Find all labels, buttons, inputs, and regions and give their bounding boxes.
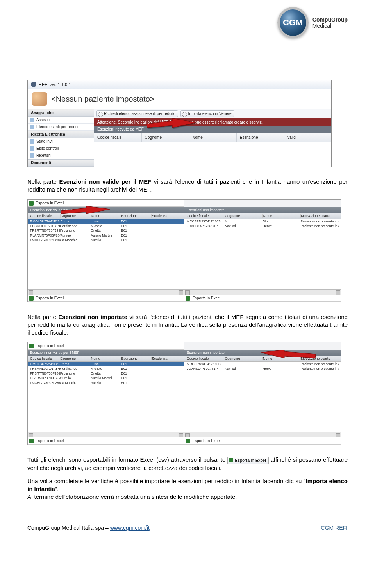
lc4[interactable]: Esenzione — [121, 357, 152, 360]
col-esenzione[interactable]: Esenzione — [237, 133, 284, 142]
right-pane: . Esenzioni non importate Codice fiscale… — [184, 200, 341, 302]
cell: Frosinone — [61, 371, 91, 375]
rc4[interactable]: Motivazione scarto — [301, 357, 338, 360]
btn-richiedi-elenco[interactable]: Richiedi elenco assistiti esenti per red… — [96, 110, 178, 117]
cell: RMOLSU75A41F28HY — [30, 362, 61, 366]
sidebar-item-stato-invii[interactable]: Stato invii — [28, 138, 94, 145]
cell — [152, 224, 182, 228]
scrollbar[interactable] — [28, 432, 184, 437]
rc1[interactable]: Codice fiscale — [187, 214, 225, 218]
export-excel-right-bottom[interactable]: Esporta in Excel — [184, 295, 341, 302]
right-title-bar: Esenzioni non importate — [184, 207, 341, 213]
table-row[interactable]: RLARMR73P03F284W Aurelio Aurelio Martini… — [28, 376, 184, 380]
btn-importa-elenco[interactable]: Importa elenco in Venere — [180, 110, 234, 117]
footer-left-text: CompuGroup Medical Italia spa – — [27, 525, 110, 531]
window-titlebar: REFI ver. 1.1.0.1 — [28, 80, 331, 89]
people-icon — [32, 92, 47, 106]
sidebar-item-esito-controlli[interactable]: Esito controlli — [28, 145, 94, 152]
col-nome[interactable]: Nome — [189, 133, 237, 142]
export-excel-left[interactable]: Esporta in Excel — [28, 200, 184, 207]
cell: Roma — [61, 362, 91, 366]
table-row[interactable]: RMOLSU75A41F28HY Roma Luisa E01 — [28, 362, 184, 366]
table-row[interactable]: MRCSPN93E41Z110S Paziente non presente i… — [184, 362, 341, 366]
left-cols: Codice fiscale Cognome Nome Esenzione Sc… — [28, 213, 184, 219]
logo-line1: CompuGroup — [312, 16, 348, 23]
table-row[interactable]: MRCSPN93E41Z110S Mrc Sfn Paziente non pr… — [184, 219, 341, 224]
table-row[interactable]: RMOLSU75A41F28HY Roma Luisa E01 — [28, 219, 184, 224]
rc1[interactable]: Codice fiscale — [187, 357, 225, 360]
lc3[interactable]: Nome — [91, 357, 121, 360]
lc5[interactable]: Scadenza — [152, 214, 182, 218]
footer-left: CompuGroup Medical Italia spa – www.cgm.… — [27, 525, 150, 531]
cell: La Macchia — [61, 238, 91, 242]
table-row[interactable]: JOXHS14P57C781P Navilod Herve Paziente n… — [184, 366, 341, 371]
rc4[interactable]: Motivazione scarto — [301, 214, 338, 218]
app-icon — [31, 82, 36, 87]
table-row[interactable]: FRSMHL00A01F37IQ Ferdinando Michele E01 — [28, 224, 184, 228]
cell: Paziente non presente in anag — [301, 362, 339, 366]
cell — [152, 371, 182, 375]
cell: Paziente non presente in anag — [301, 367, 339, 371]
cell: E01 — [121, 219, 152, 223]
scrollbar[interactable] — [28, 289, 184, 295]
rc3[interactable]: Nome — [263, 214, 301, 218]
table-row[interactable]: LMCRLA73P02F284S La Macchia Aurelio E01 — [28, 238, 184, 242]
table-row[interactable]: LMCRLA73P02F284S La Macchia Aurelio E01 — [28, 380, 184, 385]
export-excel-right-bottom[interactable]: Esporta in Excel — [184, 437, 341, 445]
cell: Aurelio — [91, 238, 121, 242]
cell: Herve' — [262, 224, 300, 228]
rc3[interactable]: Nome — [263, 357, 301, 360]
left-title-bar: Esenzioni non valide per MEF — [28, 207, 184, 213]
cell: Aurelio — [61, 376, 91, 380]
lc2[interactable]: Cognome — [61, 357, 91, 360]
cell: FRSMHL00A01F37IQ — [30, 224, 61, 228]
lc1[interactable]: Codice fiscale — [30, 357, 61, 360]
screenshot-refi-window: REFI ver. 1.1.0.1 <Nessun paziente impos… — [27, 80, 332, 167]
scrollbar[interactable] — [184, 289, 341, 295]
cell: Sfn — [262, 219, 300, 223]
lc2[interactable]: Cognome — [61, 214, 91, 218]
left-title: Esenzioni non valide per il MEF — [30, 351, 182, 355]
scrollbar[interactable] — [184, 432, 341, 437]
window-title: REFI ver. 1.1.0.1 — [39, 82, 71, 87]
col-codice-fiscale[interactable]: Codice fiscale — [94, 133, 142, 142]
cell: FRSRTT90T30F284E — [30, 229, 61, 233]
main-panel: Richiedi elenco assistiti esenti per red… — [94, 109, 331, 167]
col-cognome[interactable]: Cognome — [142, 133, 189, 142]
footer-link[interactable]: www.cgm.com/it — [110, 525, 150, 531]
table-row[interactable]: FRSRTT90T30F284E Frosinone Orietta E01 — [28, 228, 184, 233]
lc4[interactable]: Esenzione — [121, 214, 152, 218]
patient-title: <Nessun paziente impostato> — [51, 95, 155, 104]
cell: Aurelio Martini — [91, 233, 121, 237]
screenshot-esenzioni-1: Esporta in Excel Esenzioni non valide pe… — [27, 199, 341, 302]
p2a: Nella parte — [27, 314, 58, 320]
cell: Luisa — [91, 219, 121, 223]
export-excel-left[interactable]: Esporta in Excel — [28, 342, 184, 350]
export-excel-left-bottom[interactable]: Esporta in Excel — [28, 437, 184, 445]
col-valid[interactable]: Valid — [284, 133, 331, 142]
sidebar-item-assistiti[interactable]: Assistiti — [28, 117, 94, 124]
sidebar-group-anagrafiche: Anagrafiche — [28, 109, 94, 117]
cell — [152, 233, 182, 237]
cell: RLARMR73P03F284W — [30, 376, 61, 380]
cell: Orietta — [91, 371, 121, 375]
logo-disc: CGM — [277, 7, 309, 38]
left-pane: Esporta in Excel Esenzioni non valide pe… — [28, 342, 184, 445]
rc2[interactable]: Cognome — [225, 357, 263, 360]
table-row[interactable]: JOXHS14P57C781P Navilod Herve' Paziente … — [184, 224, 341, 228]
sidebar-item-ricettari[interactable]: Ricettari — [28, 152, 94, 159]
table-row[interactable]: FRSMHL00A01F37IQ Ferdinando Michele E01 — [28, 366, 184, 371]
export-excel-left-bottom[interactable]: Esporta in Excel — [28, 295, 184, 302]
lc1[interactable]: Codice fiscale — [30, 214, 61, 218]
rc2[interactable]: Cognome — [225, 214, 263, 218]
cell — [152, 362, 182, 366]
table-row[interactable]: FRSRTT90T30F284E Frosinone Orietta E01 — [28, 371, 184, 376]
cell: JOXHS14P57C781P — [187, 224, 225, 228]
inline-export-button: Esporta in Excel — [227, 457, 268, 464]
table-row[interactable]: RLARMR73P03F284W Aurelio Aurelio Martini… — [28, 233, 184, 238]
lc5[interactable]: Scadenza — [152, 357, 182, 360]
cell: E01 — [121, 376, 152, 380]
lc3[interactable]: Nome — [91, 214, 121, 218]
sidebar-item-elenco-esenti[interactable]: Elenco esenti per reddito — [28, 124, 94, 131]
cell: Navilod — [225, 224, 262, 228]
